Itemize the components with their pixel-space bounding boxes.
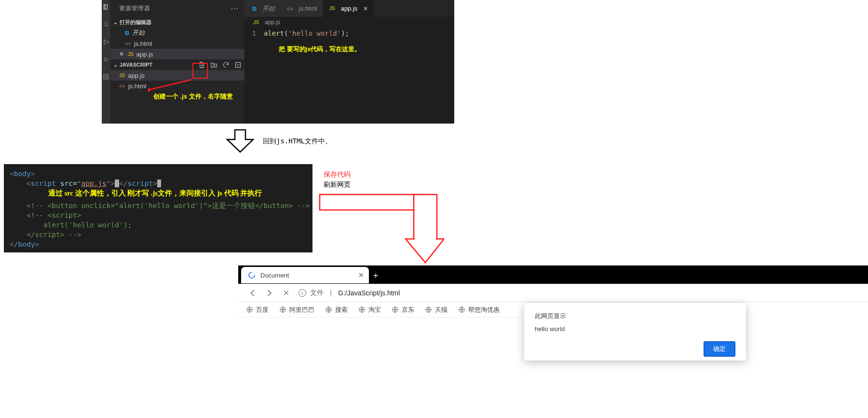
bookmarks-bar: 百度 阿里巴巴 搜索 淘宝 京东 天猫 帮您淘优惠: [238, 302, 523, 318]
close-icon[interactable]: ✕: [363, 5, 368, 12]
svg-rect-11: [320, 195, 421, 210]
svg-point-1: [104, 22, 107, 26]
open-editors-section[interactable]: ⌄打开的编辑器: [110, 17, 244, 28]
step-text: 回到js.HTML文件中。: [263, 137, 332, 146]
vscode-window: 资源管理器 ··· ⌄打开的编辑器 ⧉开始 <>js.html ✕ JSapp.…: [102, 0, 454, 124]
down-arrow-icon: [225, 129, 255, 153]
back-icon[interactable]: [248, 289, 257, 297]
bookmark-item[interactable]: 天猫: [425, 306, 448, 314]
activity-bar: [102, 0, 110, 124]
project-label: JAVASCRIPT: [120, 62, 152, 68]
new-folder-icon[interactable]: [210, 61, 217, 69]
loading-icon: [248, 271, 256, 279]
alert-ok-button[interactable]: 确定: [704, 341, 735, 357]
alert-title: 此网页显示: [535, 312, 735, 320]
tree-appjs[interactable]: JSapp.js: [110, 70, 244, 81]
label-save: 保存代码: [324, 170, 351, 179]
close-tab-icon[interactable]: ✕: [358, 271, 364, 279]
label-refresh: 刷新网页: [324, 181, 351, 189]
open-editors-label: 打开的编辑器: [120, 19, 151, 26]
browser-tabstrip: Document ✕ ＋: [238, 265, 868, 284]
bookmark-item[interactable]: 京东: [392, 306, 414, 314]
line-number: 1: [244, 29, 264, 39]
info-icon[interactable]: i: [298, 289, 306, 297]
tab-start[interactable]: ⧉开始: [244, 0, 281, 17]
more-icon[interactable]: ···: [231, 4, 239, 13]
bookmark-item[interactable]: 百度: [246, 306, 269, 314]
alert-message: hello world: [535, 325, 735, 333]
highlight-new-file: [192, 63, 208, 79]
code-area[interactable]: 1 alert('hello world');: [244, 28, 454, 124]
tab-jshtml[interactable]: <>js.html: [281, 0, 323, 17]
project-section[interactable]: ⌄JAVASCRIPT: [110, 59, 244, 70]
svg-rect-0: [104, 5, 107, 9]
close-icon[interactable]: ✕: [117, 51, 126, 57]
html-code-block: <body> <script src="app.js"> </script> 通…: [4, 164, 312, 252]
annotation-src: 通过 src 这个属性，引入 刚才写 .js文件，来间接引入 js 代码 并执行: [48, 188, 307, 198]
bookmark-item[interactable]: 搜索: [325, 306, 348, 314]
extensions-icon[interactable]: [103, 73, 109, 80]
svg-point-3: [104, 43, 105, 44]
browser-tab[interactable]: Document ✕: [241, 267, 369, 283]
editor-tabs: ⧉开始 <>js.html JSapp.js✕: [244, 0, 454, 17]
svg-rect-8: [107, 74, 108, 76]
bookmark-item[interactable]: 淘宝: [358, 306, 381, 314]
open-editor-appjs[interactable]: ✕ JSapp.js: [110, 49, 244, 59]
annotation-tree: 创建一个 .js 文件，名字随意: [153, 92, 233, 101]
forward-icon: [265, 289, 274, 297]
collapse-icon[interactable]: [234, 61, 242, 69]
explorer-panel: 资源管理器 ··· ⌄打开的编辑器 ⧉开始 <>js.html ✕ JSapp.…: [110, 0, 244, 124]
svg-rect-5: [104, 74, 106, 76]
svg-rect-6: [104, 77, 106, 79]
bookmark-item[interactable]: 阿里巴巴: [279, 306, 314, 314]
stop-icon[interactable]: [283, 289, 290, 296]
refresh-icon[interactable]: [222, 61, 230, 69]
explorer-icon[interactable]: [103, 4, 109, 11]
editor-panel: ⧉开始 <>js.html JSapp.js✕ JSapp.js 1 alert…: [244, 0, 454, 124]
bookmark-item[interactable]: 帮您淘优惠: [458, 306, 500, 314]
breadcrumb[interactable]: JSapp.js: [244, 17, 454, 28]
debug-icon[interactable]: [103, 56, 109, 63]
annotation-editor: 把 要写的js代码，写在这里。: [279, 45, 361, 54]
big-red-down-arrow: [319, 194, 444, 264]
search-icon[interactable]: [103, 21, 109, 28]
scm-icon[interactable]: [103, 39, 109, 45]
svg-rect-13: [415, 195, 436, 240]
tree-jshtml[interactable]: <>js.html: [110, 81, 244, 91]
svg-rect-7: [107, 77, 108, 79]
open-editor-start[interactable]: ⧉开始: [110, 28, 244, 38]
url-bar[interactable]: i 文件｜ G:/JavaScript/js.html: [298, 289, 400, 297]
new-tab-button[interactable]: ＋: [369, 268, 382, 282]
open-editor-jshtml[interactable]: <>js.html: [110, 38, 244, 49]
browser-toolbar: i 文件｜ G:/JavaScript/js.html: [238, 284, 868, 302]
explorer-title: 资源管理器: [119, 4, 150, 13]
svg-point-4: [107, 42, 108, 43]
js-alert-dialog: 此网页显示 hello world 确定: [524, 303, 746, 361]
tab-appjs[interactable]: JSapp.js✕: [323, 0, 374, 17]
svg-point-2: [104, 40, 105, 41]
